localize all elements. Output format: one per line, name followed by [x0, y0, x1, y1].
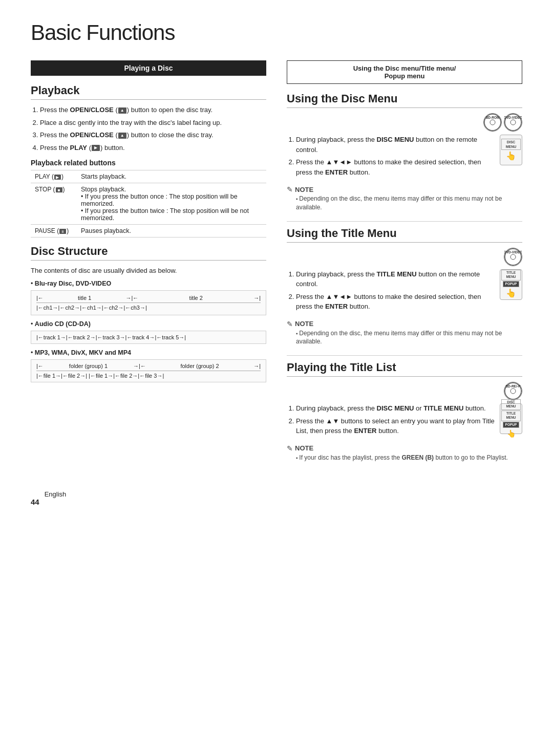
- pause-button-label: PAUSE (): [31, 225, 77, 237]
- disc-menu-step-2: Press the ▲▼◄► buttons to make the desir…: [296, 157, 496, 177]
- stop-button-label: STOP (): [31, 183, 77, 225]
- disc-menu-note: NOTE Depending on the disc, the menu ite…: [287, 185, 522, 212]
- bluray-diagram: |← title 1 →|← title 2 →| |←ch1→|←ch2→| …: [31, 290, 266, 315]
- title-menu-badges: DVD-VIDEO: [287, 248, 522, 266]
- right-column: Using the Disc menu/Title menu/ Popup me…: [287, 60, 522, 467]
- svg-text:DVD-VIDEO: DVD-VIDEO: [504, 116, 522, 119]
- title-list-step-1: During playback, press the DISC MENU or …: [296, 403, 496, 414]
- table-row: PLAY () Starts playback.: [31, 170, 266, 183]
- title-list-step-2: Press the ▲▼ buttons to select an entry …: [296, 416, 496, 436]
- title-menu-remote-icon: TITLE MENU POPUP 👆: [500, 269, 522, 300]
- title-list-note: NOTE If your disc has the playlist, pres…: [287, 444, 522, 462]
- mp3-label: • MP3, WMA, DivX, MKV and MP4: [31, 349, 266, 356]
- mp3-diagram: |← folder (group) 1 →|← folder (group) 2…: [31, 359, 266, 382]
- left-column: Playing a Disc Playback Press the OPEN/C…: [31, 60, 266, 467]
- title-list-steps: During playback, press the DISC MENU or …: [287, 403, 496, 436]
- playback-steps: Press the OPEN/CLOSE () button to open t…: [31, 105, 266, 153]
- page-footer: 44 English: [31, 482, 522, 506]
- page-title: Basic Functions: [31, 20, 522, 45]
- playback-section-title: Playback: [31, 84, 266, 100]
- disc-menu-title: Using the Disc Menu: [287, 92, 522, 108]
- bd-rom-badge: BD-ROM: [483, 113, 502, 132]
- playing-a-disc-header: Playing a Disc: [31, 60, 266, 76]
- dvd-video-badge-2: DVD-VIDEO: [504, 248, 522, 266]
- title-list-badges: BD-RE/-R: [287, 382, 522, 400]
- playback-step-3: Press the OPEN/CLOSE () button to close …: [40, 130, 266, 140]
- disc-menu-header: Using the Disc menu/Title menu/ Popup me…: [287, 60, 522, 84]
- play-button-label: PLAY (): [31, 170, 77, 183]
- title-list-content: BD-RE/-R During playback, press the DISC…: [287, 382, 522, 467]
- playback-step-2: Place a disc gently into the tray with t…: [40, 118, 266, 128]
- svg-text:BD-ROM: BD-ROM: [486, 116, 500, 119]
- language-label: English: [45, 490, 67, 498]
- title-menu-section: DVD-VIDEO During playback, press the TIT…: [287, 248, 522, 352]
- audiocd-label: • Audio CD (CD-DA): [31, 320, 266, 328]
- title-menu-steps: During playback, press the TITLE MENU bu…: [287, 269, 496, 312]
- bluray-label: • Blu-ray Disc, DVD-VIDEO: [31, 280, 266, 287]
- dvd-video-badge: DVD-VIDEO: [504, 113, 522, 132]
- disc-menu-content: BD-ROM DVD-VIDEO: [287, 113, 522, 217]
- disc-menu-remote-icon: DISC MENU 👆: [500, 135, 522, 165]
- disc-menu-steps: During playback, press the DISC MENU but…: [287, 135, 496, 177]
- play-button-desc: Starts playback.: [77, 170, 266, 183]
- svg-point-4: [511, 120, 516, 125]
- svg-text:DVD-VIDEO: DVD-VIDEO: [504, 250, 522, 254]
- playback-step-4: Press the PLAY () button.: [40, 143, 266, 153]
- audiocd-diagram: |←track 1→|←track 2→|←track 3→|←track 4→…: [31, 331, 266, 344]
- title-list-remote-icon: DISC MENU TITLE MENU POPUP 👆: [500, 403, 522, 434]
- table-row: PAUSE () Pauses playback.: [31, 225, 266, 237]
- pause-button-desc: Pauses playback.: [77, 225, 266, 237]
- disc-menu-section: BD-ROM DVD-VIDEO: [287, 113, 522, 217]
- title-list-section: BD-RE/-R During playback, press the DISC…: [287, 382, 522, 467]
- table-row: STOP () Stops playback. • If you press t…: [31, 183, 266, 225]
- title-menu-step-1: During playback, press the TITLE MENU bu…: [296, 269, 496, 289]
- title-list-title: Playing the Title List: [287, 361, 522, 377]
- disc-structure-title: Disc Structure: [31, 245, 266, 261]
- svg-point-7: [511, 254, 516, 260]
- playback-buttons-subtitle: Playback related buttons: [31, 159, 266, 167]
- title-menu-content: DVD-VIDEO During playback, press the TIT…: [287, 248, 522, 352]
- title-menu-note: NOTE Depending on the disc, the menu ite…: [287, 320, 522, 347]
- playback-step-1: Press the OPEN/CLOSE () button to open t…: [40, 105, 266, 115]
- disc-menu-badges: BD-ROM DVD-VIDEO: [287, 113, 522, 132]
- disc-structure-desc: The contents of disc are usually divided…: [31, 266, 266, 276]
- playback-buttons-table: PLAY () Starts playback. STOP () Stops p…: [31, 170, 266, 237]
- title-menu-step-2: Press the ▲▼◄► buttons to make the desir…: [296, 292, 496, 312]
- svg-text:BD-RE/-R: BD-RE/-R: [505, 384, 521, 388]
- bd-re-badge: BD-RE/-R: [504, 382, 522, 400]
- stop-button-desc: Stops playback. • If you press the butto…: [77, 183, 266, 225]
- svg-point-1: [490, 120, 495, 125]
- page-number: 44: [31, 498, 39, 506]
- disc-menu-step-1: During playback, press the DISC MENU but…: [296, 135, 496, 155]
- title-menu-title: Using the Title Menu: [287, 227, 522, 243]
- svg-point-10: [511, 388, 516, 394]
